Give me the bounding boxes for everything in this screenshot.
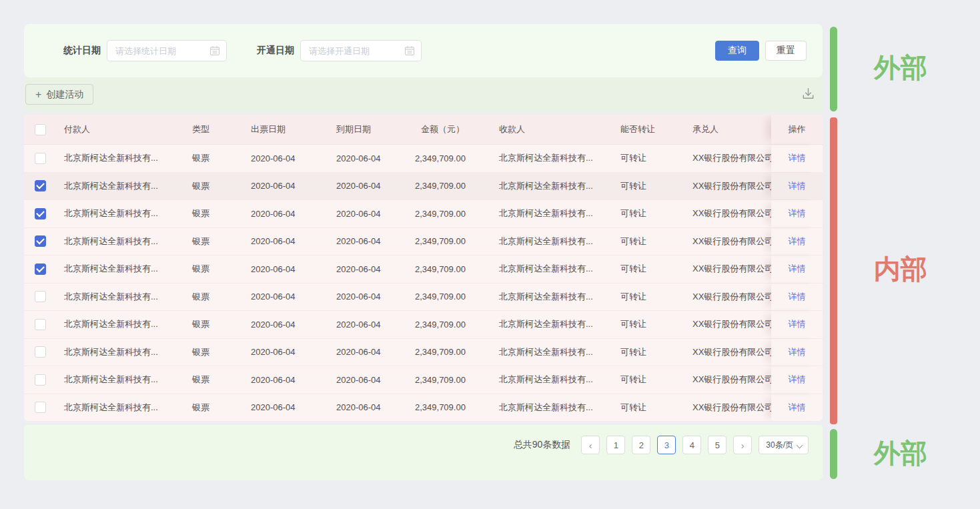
acceptor-cell: XX银行股份有限公司...: [684, 152, 771, 164]
reset-button[interactable]: 重置: [765, 41, 807, 61]
row-checkbox[interactable]: [35, 374, 46, 386]
header-due-date: 到期日期: [334, 123, 415, 135]
detail-link[interactable]: 详情: [789, 152, 806, 164]
transferable-cell: 可转让: [615, 235, 684, 247]
create-activity-button[interactable]: + 创建活动: [25, 84, 93, 105]
table-row: 北京斯柯达全新科技有... 银票 2020-06-04 2020-06-04 2…: [24, 173, 823, 201]
issue-date-cell: 2020-06-04: [248, 375, 334, 385]
payer-cell: 北京斯柯达全新科技有...: [61, 152, 189, 164]
amount-cell: 2,349,709.00: [415, 181, 470, 191]
amount-cell: 2,349,709.00: [415, 236, 470, 246]
page-button-1[interactable]: 1: [606, 436, 625, 454]
acceptor-cell: XX银行股份有限公司...: [684, 346, 771, 358]
amount-cell: 2,349,709.00: [415, 347, 470, 357]
type-cell: 银票: [189, 180, 248, 192]
row-checkbox[interactable]: [35, 235, 46, 247]
header-payee: 收款人: [470, 123, 615, 135]
due-date-cell: 2020-06-04: [334, 209, 415, 219]
transferable-cell: 可转让: [615, 346, 684, 358]
annotation-internal: 内部: [874, 253, 927, 284]
detail-link[interactable]: 详情: [789, 291, 806, 303]
row-checkbox[interactable]: [35, 346, 46, 358]
plus-icon: +: [35, 89, 41, 100]
table-row: 北京斯柯达全新科技有... 银票 2020-06-04 2020-06-04 2…: [24, 339, 823, 367]
stat-date-input[interactable]: [107, 40, 227, 61]
pagination: 总共90条数据 ‹ 12345 › 30条/页: [514, 435, 809, 455]
acceptor-cell: XX银行股份有限公司...: [684, 291, 771, 303]
prev-page-button[interactable]: ‹: [581, 436, 600, 454]
header-transferable: 能否转让: [615, 123, 684, 135]
detail-link[interactable]: 详情: [789, 402, 806, 414]
issue-date-cell: 2020-06-04: [248, 320, 334, 330]
download-button[interactable]: [799, 85, 817, 104]
header-payer: 付款人: [61, 123, 189, 135]
type-cell: 银票: [189, 207, 248, 219]
issue-date-cell: 2020-06-04: [248, 264, 334, 274]
payer-cell: 北京斯柯达全新科技有...: [61, 318, 189, 330]
row-checkbox[interactable]: [35, 180, 46, 191]
payee-cell: 北京斯柯达全新科技有...: [470, 263, 615, 275]
create-activity-label: 创建活动: [46, 89, 83, 101]
detail-link[interactable]: 详情: [789, 346, 806, 358]
issue-date-cell: 2020-06-04: [248, 209, 334, 219]
transferable-cell: 可转让: [615, 374, 684, 386]
payer-cell: 北京斯柯达全新科技有...: [61, 207, 189, 219]
row-checkbox[interactable]: [35, 264, 46, 275]
payee-cell: 北京斯柯达全新科技有...: [470, 402, 615, 414]
row-checkbox[interactable]: [35, 153, 46, 164]
external-bar-top: [830, 27, 837, 111]
table-row: 北京斯柯达全新科技有... 银票 2020-06-04 2020-06-04 2…: [24, 394, 823, 422]
payee-cell: 北京斯柯达全新科技有...: [470, 346, 615, 358]
next-page-button[interactable]: ›: [733, 436, 752, 454]
stat-date-field: 统计日期: [63, 40, 227, 61]
total-count-text: 总共90条数据: [514, 439, 571, 451]
table-body: 北京斯柯达全新科技有... 银票 2020-06-04 2020-06-04 2…: [24, 145, 823, 422]
type-cell: 银票: [189, 263, 248, 275]
calendar-icon: [404, 45, 415, 56]
annotation-external-top: 外部: [874, 52, 927, 83]
detail-link[interactable]: 详情: [789, 374, 806, 386]
search-button[interactable]: 查询: [715, 41, 759, 61]
transferable-cell: 可转让: [615, 291, 684, 303]
open-date-field: 开通日期: [257, 40, 422, 61]
detail-link[interactable]: 详情: [789, 235, 806, 247]
select-all-checkbox[interactable]: [35, 124, 46, 135]
payee-cell: 北京斯柯达全新科技有...: [470, 235, 615, 247]
table-row: 北京斯柯达全新科技有... 银票 2020-06-04 2020-06-04 2…: [24, 256, 823, 284]
page-size-select[interactable]: 30条/页: [759, 436, 809, 454]
pagination-panel: 总共90条数据 ‹ 12345 › 30条/页: [24, 425, 823, 480]
page-button-3[interactable]: 3: [657, 436, 676, 454]
payer-cell: 北京斯柯达全新科技有...: [61, 346, 189, 358]
open-date-input[interactable]: [300, 40, 422, 61]
payer-cell: 北京斯柯达全新科技有...: [61, 235, 189, 247]
amount-cell: 2,349,709.00: [415, 320, 470, 330]
detail-link[interactable]: 详情: [789, 263, 806, 275]
row-checkbox[interactable]: [35, 402, 46, 413]
transferable-cell: 可转让: [615, 318, 684, 330]
toolbar: + 创建活动: [24, 77, 823, 111]
due-date-cell: 2020-06-04: [334, 292, 415, 302]
detail-link[interactable]: 详情: [789, 207, 806, 219]
header-action: 操作: [771, 115, 823, 144]
type-cell: 银票: [189, 152, 248, 164]
amount-cell: 2,349,709.00: [415, 402, 470, 412]
transferable-cell: 可转让: [615, 263, 684, 275]
row-checkbox[interactable]: [35, 291, 46, 302]
page-button-4[interactable]: 4: [682, 436, 701, 454]
stat-date-label: 统计日期: [63, 45, 101, 57]
table-row: 北京斯柯达全新科技有... 银票 2020-06-04 2020-06-04 2…: [24, 366, 823, 394]
payer-cell: 北京斯柯达全新科技有...: [61, 180, 189, 192]
payee-cell: 北京斯柯达全新科技有...: [470, 180, 615, 192]
row-checkbox[interactable]: [35, 319, 46, 330]
page-button-5[interactable]: 5: [708, 436, 726, 454]
payer-cell: 北京斯柯达全新科技有...: [61, 291, 189, 303]
transferable-cell: 可转让: [615, 180, 684, 192]
page-button-2[interactable]: 2: [632, 436, 650, 454]
type-cell: 银票: [189, 318, 248, 330]
acceptor-cell: XX银行股份有限公司...: [684, 180, 771, 192]
detail-link[interactable]: 详情: [789, 318, 806, 330]
payee-cell: 北京斯柯达全新科技有...: [470, 318, 615, 330]
detail-link[interactable]: 详情: [789, 180, 806, 192]
transferable-cell: 可转让: [615, 152, 684, 164]
row-checkbox[interactable]: [35, 208, 46, 219]
